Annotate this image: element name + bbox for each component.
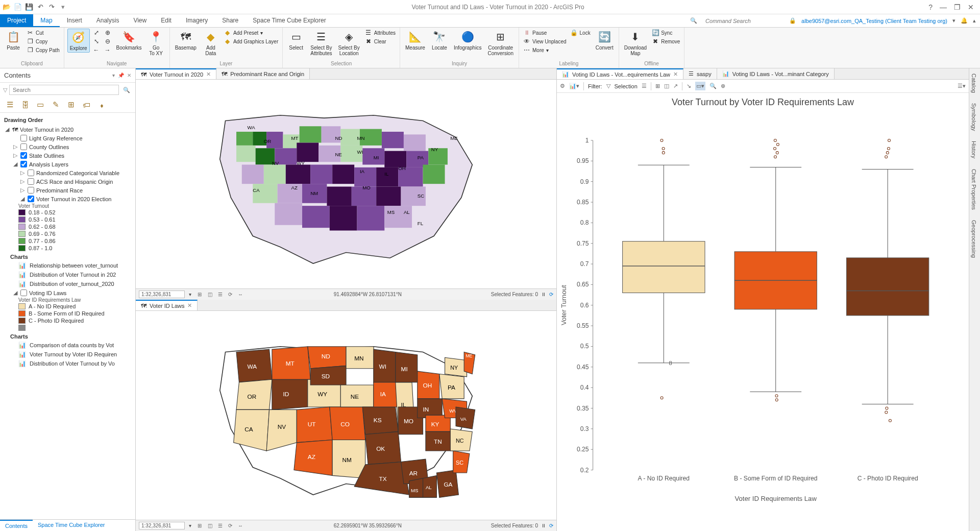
help-icon[interactable]: ?	[928, 3, 933, 11]
chart-list-item[interactable]: 📊Comparison of data counts by Vot	[3, 341, 135, 350]
layer-state[interactable]: ▷State Outlines	[11, 151, 135, 160]
pane-menu-icon[interactable]: ▾	[112, 73, 115, 78]
legend-toggle-icon[interactable]: ☰▾	[958, 83, 966, 89]
refresh-icon[interactable]: ⟳	[549, 292, 553, 297]
chart-type-icon[interactable]: 📊▾	[569, 83, 579, 89]
tab-analysis[interactable]: Analysis	[89, 14, 127, 27]
refresh-icon[interactable]: ⟳	[549, 523, 553, 528]
tab-close-icon[interactable]: ✕	[187, 302, 192, 309]
sb-icon[interactable]: ⊞	[195, 523, 204, 528]
tab-view[interactable]: View	[126, 14, 154, 27]
layer-rand-cat[interactable]: ▷Randomized Categorical Variable	[18, 168, 135, 177]
tab-share[interactable]: Share	[215, 14, 246, 27]
layer-turnout-2020[interactable]: ◢Voter Turnout in 2020 Election	[18, 195, 135, 203]
attributes-button[interactable]: ☰Attributes	[364, 29, 397, 37]
list-by-selection-icon[interactable]: ▭	[35, 99, 46, 110]
tab-close-icon[interactable]: ✕	[206, 71, 211, 78]
download-map-button[interactable]: ⬇Download Map	[622, 29, 649, 57]
add-preset-button[interactable]: ◆Add Preset▾	[223, 29, 279, 37]
tool-icon[interactable]: ⊕	[721, 83, 725, 89]
new-icon[interactable]: 📄	[13, 3, 22, 12]
command-search-input[interactable]	[702, 16, 784, 26]
mapframe-node[interactable]: ◢🗺Voter Turnout in 2020	[3, 125, 135, 134]
goto-xy-button[interactable]: 📍Go To XY	[146, 29, 166, 57]
coord-conv-button[interactable]: ⊞Coordinate Conversion	[485, 29, 516, 57]
sb-icon[interactable]: ☰	[216, 523, 224, 528]
add-graphics-button[interactable]: ◆Add Graphics Layer	[223, 37, 279, 45]
layer-voting-id[interactable]: ◢Voting ID Laws	[11, 288, 135, 297]
list-by-editing-icon[interactable]: ✎	[50, 99, 61, 110]
layer-acs[interactable]: ▷ACS Race and Hispanic Origin	[18, 177, 135, 186]
sb-icon[interactable]: ⊞	[195, 292, 204, 297]
tool-icon[interactable]: ▭▾	[695, 82, 705, 90]
side-tab-history[interactable]: History	[969, 136, 978, 163]
maximize-icon[interactable]: ❐	[954, 3, 961, 11]
list-by-perspective-icon[interactable]: ⬧	[96, 99, 107, 110]
sb-icon[interactable]: ⟳	[226, 292, 234, 297]
view-unplaced-button[interactable]: 👁View Unplaced	[522, 37, 568, 45]
user-dropdown-icon[interactable]: ▾	[952, 17, 955, 24]
zoom-icon[interactable]: 🔍	[709, 83, 717, 89]
tab-close-icon[interactable]: ✕	[673, 71, 678, 78]
chart-tab-2[interactable]: ☰saspy	[683, 68, 717, 79]
bottom-tab-contents[interactable]: Contents	[0, 520, 33, 531]
side-tab-symbology[interactable]: Symbology	[969, 98, 978, 136]
tab-stce[interactable]: Space Time Cube Explorer	[246, 14, 333, 27]
scale-input-1[interactable]: 1:32,326,831	[139, 291, 185, 298]
list-by-labeling-icon[interactable]: 🏷	[81, 99, 92, 110]
locate-button[interactable]: 🔭Locate	[429, 29, 450, 52]
sb-icon[interactable]: ↔	[236, 523, 244, 528]
minimize-icon[interactable]: —	[940, 3, 947, 11]
select-button[interactable]: ▭Select	[286, 29, 306, 52]
side-tab-chart-properties[interactable]: Chart Properties	[969, 164, 978, 215]
select-by-attr-button[interactable]: ☰Select By Attributes	[308, 29, 334, 57]
tool-icon[interactable]: ◫	[664, 83, 669, 89]
measure-button[interactable]: 📐Measure	[403, 29, 427, 52]
pane-pin-icon[interactable]: 📌	[118, 73, 124, 78]
bottom-tab-stce[interactable]: Space Time Cube Explorer	[33, 520, 110, 531]
select-by-loc-button[interactable]: ◈Select By Location	[336, 29, 362, 57]
list-by-drawing-icon[interactable]: ☰	[4, 99, 15, 110]
sync-button[interactable]: 🔄Sync	[651, 29, 681, 37]
sb-icon[interactable]: ↔	[236, 292, 244, 297]
nav-back-button[interactable]: ←	[92, 46, 101, 54]
chart-list-item[interactable]: 📊Distribution of Voter Turnout by Vo	[3, 359, 135, 368]
tab-map[interactable]: Map	[33, 14, 59, 27]
tab-edit[interactable]: Edit	[154, 14, 179, 27]
sb-icon[interactable]: ◫	[206, 292, 214, 297]
map-tab-predominant[interactable]: 🗺Predominant Race and Origin	[216, 68, 310, 79]
search-icon[interactable]: 🔍	[121, 87, 132, 93]
layer-analysis-group[interactable]: ◢Analysis Layers	[11, 160, 135, 168]
chart-list-item[interactable]: 📊Relationship between voter_turnout	[3, 261, 135, 270]
contents-search-input[interactable]	[9, 85, 119, 95]
chart-tab-3[interactable]: 📊Voting ID Laws - Vot...minant Category	[717, 68, 835, 79]
paste-button[interactable]: 📋Paste	[3, 29, 23, 52]
convert-button[interactable]: 🔄Convert	[594, 29, 616, 52]
tool-icon[interactable]: ⊞	[655, 83, 660, 89]
chart-list-item[interactable]: 📊Distribution of voter_turnout_2020	[3, 279, 135, 288]
qat-more-icon[interactable]: ▾	[58, 3, 67, 12]
open-icon[interactable]: 📂	[2, 3, 11, 12]
sb-icon[interactable]: ☰	[216, 292, 224, 297]
chart-list-item[interactable]: 📊Voter Turnout by Voter ID Requiren	[3, 350, 135, 359]
user-account[interactable]: albe9057@esri.com_QA_Testing (Client Tea…	[801, 18, 947, 24]
chart-tab-1[interactable]: 📊Voting ID Laws - Vot...equirements Law✕	[557, 68, 683, 79]
copy-button[interactable]: ❐Copy	[26, 37, 61, 45]
map-tab-id-laws[interactable]: 🗺Voter ID Laws✕	[136, 300, 198, 310]
remove-button[interactable]: ✖Remove	[651, 37, 681, 45]
cut-button[interactable]: ✂Cut	[26, 29, 61, 37]
infographics-button[interactable]: 🔵Infographics	[452, 29, 483, 52]
side-tab-catalog[interactable]: Catalog	[969, 68, 978, 98]
list-by-snapping-icon[interactable]: ⊞	[65, 99, 77, 110]
close-icon[interactable]: ✕	[968, 3, 974, 11]
scale-input-2[interactable]: 1:32,326,831	[139, 522, 185, 529]
tab-imagery[interactable]: Imagery	[179, 14, 215, 27]
map-view-id-laws[interactable]: WA OR MT ID CA NV WY UT CO AZ NM ND SD N…	[136, 311, 556, 520]
fixed-zoom-in-button[interactable]: ⊕	[103, 29, 112, 37]
pane-close-icon[interactable]: ✕	[127, 73, 131, 78]
layer-county[interactable]: ▷County Outlines	[11, 142, 135, 151]
filter-extent-icon[interactable]: ☰	[642, 83, 647, 89]
filter-selection-icon[interactable]: ▽	[606, 83, 610, 89]
tab-project[interactable]: Project	[0, 14, 33, 27]
notifications-icon[interactable]: 🔔	[961, 17, 968, 24]
